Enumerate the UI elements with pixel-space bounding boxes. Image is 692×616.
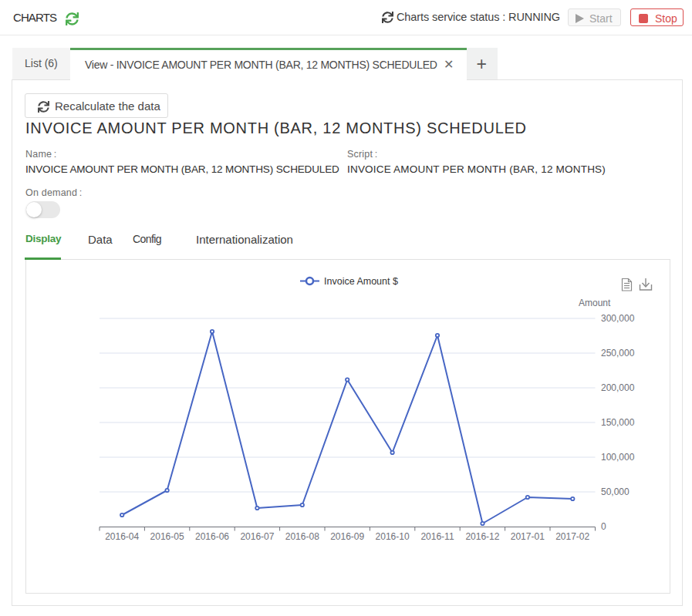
svg-text:200,000: 200,000 [601,382,635,393]
svg-text:2016-09: 2016-09 [330,531,364,542]
svg-text:Amount: Amount [579,298,611,308]
svg-text:2017-02: 2017-02 [555,531,589,542]
svg-text:50,000: 50,000 [601,486,630,497]
svg-text:300,000: 300,000 [601,313,635,324]
svg-text:2016-08: 2016-08 [285,531,319,542]
svg-text:2016-07: 2016-07 [240,531,274,542]
svg-text:2016-11: 2016-11 [420,531,454,542]
svg-text:100,000: 100,000 [601,452,635,463]
svg-text:0: 0 [601,521,606,532]
svg-text:150,000: 150,000 [601,417,635,428]
svg-text:Invoice Amount $: Invoice Amount $ [324,276,398,287]
svg-text:2016-12: 2016-12 [465,531,499,542]
svg-text:250,000: 250,000 [601,348,635,358]
svg-text:2016-06: 2016-06 [194,531,228,542]
svg-text:2016-10: 2016-10 [375,531,409,542]
svg-text:2017-01: 2017-01 [510,531,544,542]
svg-text:2016-04: 2016-04 [105,531,139,542]
svg-text:2016-05: 2016-05 [150,531,184,542]
